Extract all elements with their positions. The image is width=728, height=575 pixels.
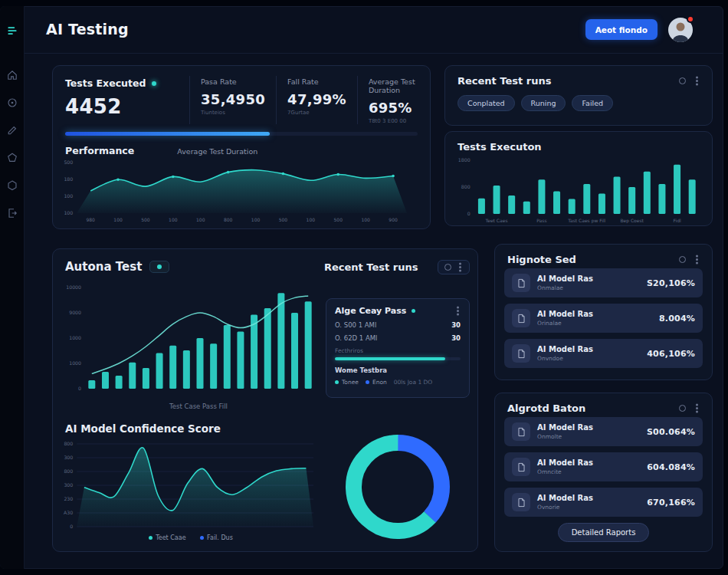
model-row[interactable]: AI Model Ras Onmolte S00.064% (504, 417, 703, 446)
legend-label: Fail. Dus (207, 534, 233, 541)
stat-sub: Tiunteios (201, 110, 265, 116)
run-time-label: O. 62D 1 AMl (335, 334, 377, 342)
hexagon-chat-icon[interactable] (6, 179, 18, 192)
model-row-text: AI Model Ras Orinalae (537, 310, 593, 327)
model-row[interactable]: AI Model Ras Onvndoe 406,106% (504, 339, 703, 368)
kebab-menu-icon[interactable] (457, 310, 459, 312)
svg-text:Teet Caes: Teet Caes (485, 218, 508, 223)
kebab-menu-icon[interactable] (696, 80, 698, 82)
home-icon[interactable] (6, 69, 18, 81)
confidence-legend: Teet Caae Fail. Dus (61, 534, 321, 541)
model-subtitle: Omncite (537, 468, 593, 475)
logout-icon[interactable] (6, 207, 18, 219)
model-subtitle: Onmolte (537, 433, 593, 440)
model-value: 604.084% (647, 462, 695, 472)
svg-text:100: 100 (64, 193, 73, 199)
kebab-menu-icon[interactable] (459, 266, 461, 268)
refresh-icon[interactable] (444, 264, 451, 271)
model-row[interactable]: AI Model Ras Onmalae S20,106% (504, 268, 703, 297)
target-icon[interactable] (6, 97, 18, 109)
card-actions (679, 256, 700, 263)
subcard-footer-note: 00ls Joa 1 DO (394, 379, 433, 386)
chip-failed[interactable]: Failed (572, 95, 613, 111)
legend-item: Enon (366, 379, 387, 386)
autona-test-card: Autona Test Recent Test runs 10000900010… (52, 248, 478, 552)
stat-label: Average Test Duration (369, 77, 418, 94)
edit-icon[interactable] (6, 124, 18, 136)
stat-label: Tests Executed (65, 77, 146, 89)
model-title: AI Model Ras (537, 274, 593, 283)
header-action-button[interactable]: Aeot fiondo (585, 19, 657, 40)
card-title: Recent Test runs (324, 261, 418, 273)
legend-dot (149, 536, 152, 540)
status-dot (157, 264, 162, 269)
card-head: Hignote Sed (495, 245, 712, 268)
model-value: S20,106% (647, 278, 695, 288)
performance-chart: 5001801001009801005001001008001005001005… (59, 158, 413, 224)
document-icon (512, 493, 530, 511)
svg-text:100: 100 (307, 217, 316, 222)
chip-completed[interactable]: Conplated (457, 95, 515, 111)
legend-label: Enon (372, 379, 387, 386)
run-time-label: O. S00 1 AMl (335, 321, 376, 329)
performance-header: Performance Average Test Duration (53, 143, 430, 156)
stat-sub: 7Gurtae (287, 110, 346, 116)
status-dot (152, 81, 156, 86)
legend-item: Fail. Dus (200, 534, 233, 541)
svg-text:180: 180 (64, 176, 73, 182)
page-title: AI Testing (46, 21, 129, 38)
kebab-menu-icon[interactable] (696, 407, 698, 409)
stat-avg-duration: Average Test Duration 695% T8t0 3 E00 00 (357, 76, 418, 124)
model-row-text: AI Model Ras Onvndoe (537, 345, 593, 362)
refresh-icon[interactable] (679, 405, 686, 412)
performance-title: Performance (65, 145, 134, 156)
stat-pass-rate: Pasa Rate 35,4950 Tiunteios (189, 76, 265, 124)
test-run-subcard[interactable]: Alge Ceay Pass O. S00 1 AMl 30 O. 62D 1 … (326, 298, 470, 398)
kebab-menu-icon[interactable] (696, 258, 698, 261)
tests-progress-fill (65, 132, 270, 136)
legend-dot (200, 536, 204, 540)
refresh-icon[interactable] (679, 77, 686, 84)
stats-row: Tests Executed 4452 Pasa Rate 35,4950 Ti… (53, 66, 430, 129)
chip-running[interactable]: Runing (521, 95, 566, 111)
highlights-card: Hignote Sed AI Model Ras Onmalae S20,106… (494, 244, 713, 380)
menu-icon[interactable] (6, 25, 18, 37)
legend-label: Teet Caae (156, 534, 185, 541)
algorithms-card: Algrotd Baton AI Model Ras Onmolte S00.0… (494, 393, 713, 552)
model-row[interactable]: AI Model Ras Ovnorie 670,166% (504, 488, 703, 517)
model-row-text: AI Model Ras Ovnorie (537, 494, 593, 511)
tests-executon-card: Tests Executon 18008000Teet CaesPassTast… (444, 131, 713, 226)
card-head: Recent Test runs (445, 66, 712, 90)
autona-status-chip[interactable] (149, 261, 169, 273)
refresh-icon[interactable] (679, 256, 686, 263)
autona-x-axis-label: Test Case Pass Fill (84, 402, 313, 410)
svg-text:A30: A30 (64, 510, 73, 515)
avatar[interactable] (668, 18, 693, 42)
model-subtitle: Onmalae (537, 284, 593, 291)
autona-title: Autona Test (65, 260, 142, 274)
document-icon (512, 422, 530, 441)
subcard-head: Alge Ceay Pass (335, 306, 461, 316)
svg-text:800: 800 (224, 217, 233, 222)
shield-icon[interactable] (6, 152, 18, 164)
detailed-reports-button[interactable]: Detailed Raports (558, 523, 650, 542)
svg-text:300: 300 (64, 455, 73, 460)
card-title: Hignote Sed (507, 254, 576, 265)
subcard-legend: Tonee Enon 00ls Joa 1 DO (335, 379, 461, 386)
model-title: AI Model Ras (537, 310, 593, 318)
notification-dot (687, 15, 694, 23)
tests-progress-bar (65, 132, 418, 136)
model-row[interactable]: AI Model Ras Omncite 604.084% (504, 452, 703, 481)
confidence-chart: 800300800300230A300 (59, 439, 320, 533)
stat-value: 47,99% (287, 91, 346, 107)
svg-text:1000: 1000 (69, 360, 81, 366)
svg-text:0: 0 (70, 524, 73, 529)
svg-text:100: 100 (361, 217, 370, 222)
model-row-text: AI Model Ras Onmalae (537, 274, 593, 291)
stat-label: Fall Rate (287, 77, 346, 86)
legend-item: Teet Caae (149, 534, 185, 541)
model-title: AI Model Ras (537, 458, 593, 467)
model-row[interactable]: AI Model Ras Orinalae 8.004% (504, 304, 703, 333)
card-title: Recent Test runs (457, 75, 551, 87)
stat-value: 35,4950 (201, 91, 265, 107)
